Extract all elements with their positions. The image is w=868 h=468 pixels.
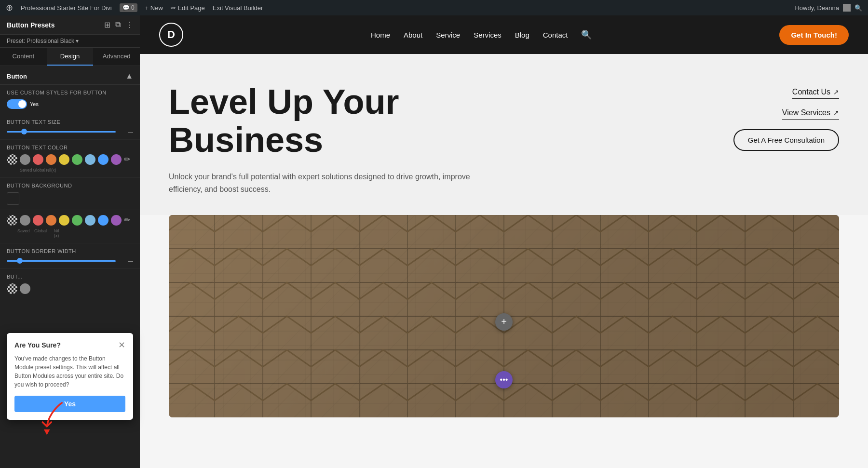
tab-design[interactable]: Design: [47, 48, 94, 66]
panel-header-icons: ⊞ ⧉ ⋮: [104, 20, 133, 29]
panel-screen-icon[interactable]: ⊞: [104, 20, 110, 29]
howdy-label: Howdy, Deanna: [795, 4, 839, 12]
panel-tabs: Content Design Advanced: [0, 48, 140, 66]
nav-services[interactable]: Services: [474, 31, 502, 39]
swatch-gray-2[interactable]: [20, 215, 30, 226]
new-button[interactable]: + New: [145, 4, 163, 12]
fab-plus-button[interactable]: +: [495, 313, 513, 331]
swatch-purple-2[interactable]: [111, 215, 122, 226]
site-nav: Home About Service Services Blog Contact…: [371, 29, 592, 40]
nav-blog[interactable]: Blog: [515, 31, 529, 39]
swatch-labels: Saved Global Nil(x): [7, 168, 133, 173]
swatch-orange[interactable]: [46, 154, 56, 165]
bg-field-controls: [7, 192, 133, 205]
confirm-dialog-close-button[interactable]: ✕: [118, 341, 125, 349]
confirm-yes-button[interactable]: Yes: [14, 396, 125, 412]
comment-count[interactable]: 💬 0: [120, 3, 137, 12]
custom-styles-label: Use Custom Styles For Button: [7, 90, 133, 95]
swatch-green[interactable]: [72, 154, 82, 165]
consultation-button[interactable]: Get A Free Consultation: [733, 129, 839, 151]
button-bg-field: Button Background: [0, 178, 140, 210]
nav-contact[interactable]: Contact: [543, 31, 568, 39]
edit-page-button[interactable]: ✏ Edit Page: [171, 4, 205, 12]
nav-home[interactable]: Home: [371, 31, 390, 39]
hero-right: Contact Us ↗ View Services ↗ Get A Free …: [714, 83, 839, 151]
user-avatar: [843, 4, 851, 12]
button-extra-field: But...: [0, 269, 140, 302]
left-panel: Button Presets ⊞ ⧉ ⋮ Preset: Professiona…: [0, 15, 140, 468]
nav-service[interactable]: Service: [436, 31, 460, 39]
swatch-red-2[interactable]: [33, 215, 43, 226]
swatch-red[interactable]: [33, 154, 43, 165]
button-section-title: Button: [7, 73, 27, 80]
text-color-swatches: ✏: [7, 154, 133, 165]
swatch-yellow[interactable]: [59, 154, 69, 165]
custom-styles-toggle[interactable]: [7, 99, 27, 109]
swatch-transparent-2[interactable]: [7, 215, 17, 226]
pen-icon-2[interactable]: ✏: [124, 215, 130, 226]
swatch-blue[interactable]: [98, 154, 108, 165]
services-arrow-icon: ↗: [833, 109, 839, 117]
button-section-header: Button ▲: [0, 66, 140, 85]
swatch-blue-2[interactable]: [98, 215, 108, 226]
contact-us-label: Contact Us: [792, 88, 830, 96]
toggle-state-label: Yes: [30, 101, 39, 107]
border-width-slider-row: —: [7, 258, 133, 264]
site-header: D Home About Service Services Blog Conta…: [140, 15, 868, 54]
confirm-dialog-body: You've made changes to the Button Module…: [14, 354, 125, 389]
search-icon[interactable]: 🔍: [854, 4, 862, 12]
pen-icon[interactable]: ✏: [124, 154, 130, 165]
swatch-gray[interactable]: [20, 154, 30, 165]
border-width-field: Button Border Width —: [0, 243, 140, 269]
hero-title: Level Up Your Business: [169, 83, 506, 159]
admin-bar: ⊕ Professional Starter Site For Divi 💬 0…: [0, 0, 868, 15]
panel-more-icon[interactable]: ⋮: [125, 20, 133, 29]
get-in-touch-button[interactable]: Get In Touch!: [779, 25, 849, 45]
swatch-blue-light[interactable]: [85, 154, 95, 165]
logo-letter: D: [167, 28, 175, 41]
panel-preset[interactable]: Preset: Professional Black ▾: [0, 35, 140, 48]
confirm-dialog-title: Are You Sure?: [14, 341, 61, 349]
panel-header: Button Presets ⊞ ⧉ ⋮: [0, 15, 140, 35]
text-color-label: Button Text Color: [7, 145, 133, 150]
section-collapse-icon[interactable]: ▲: [125, 72, 133, 80]
panel-title: Button Presets: [7, 21, 55, 29]
tab-content[interactable]: Content: [0, 48, 47, 66]
view-services-label: View Services: [782, 108, 830, 117]
view-services-link[interactable]: View Services ↗: [782, 108, 839, 120]
site-name[interactable]: Professional Starter Site For Divi: [21, 4, 112, 12]
text-size-slider[interactable]: [7, 131, 116, 133]
hero-title-line2: Business: [169, 120, 323, 159]
admin-bar-right: Howdy, Deanna 🔍: [795, 4, 862, 12]
custom-styles-field: Use Custom Styles For Button Yes: [0, 85, 140, 114]
swatch-yellow-2[interactable]: [59, 215, 69, 226]
swatch-extra-transparent[interactable]: [7, 283, 17, 294]
swatch-labels-2: Saved Global Nil (x): [7, 228, 133, 238]
bg-swatch[interactable]: [7, 192, 19, 205]
confirm-dialog: Are You Sure? ✕ You've made changes to t…: [7, 333, 133, 420]
contact-us-link[interactable]: Contact Us ↗: [792, 88, 839, 99]
border-width-value: —: [120, 258, 133, 264]
fab-menu-button[interactable]: •••: [495, 371, 513, 388]
building-section: + •••: [169, 215, 868, 417]
panel-expand-icon[interactable]: ⧉: [115, 20, 121, 29]
swatch-label-saved-2: Saved: [17, 228, 28, 238]
exit-builder-button[interactable]: Exit Visual Builder: [213, 4, 263, 12]
swatch-label-nil: Nil(x): [46, 168, 56, 173]
button-bg-label: Button Background: [7, 183, 133, 188]
swatch-orange-2[interactable]: [46, 215, 56, 226]
tab-advanced[interactable]: Advanced: [93, 48, 140, 66]
border-width-label: Button Border Width: [7, 248, 133, 254]
nav-about[interactable]: About: [404, 31, 422, 39]
swatch-transparent[interactable]: [7, 154, 17, 165]
swatch-blue-light-2[interactable]: [85, 215, 95, 226]
swatch-green-2[interactable]: [72, 215, 82, 226]
text-size-value: —: [120, 129, 133, 134]
site-logo: D: [159, 23, 183, 47]
nav-search-icon[interactable]: 🔍: [581, 29, 592, 40]
swatch-extra-gray[interactable]: [20, 283, 30, 294]
wp-logo-icon[interactable]: ⊕: [6, 2, 13, 13]
swatch-purple[interactable]: [111, 154, 122, 165]
button-extra-label: But...: [7, 274, 133, 280]
border-width-slider[interactable]: [7, 260, 116, 262]
